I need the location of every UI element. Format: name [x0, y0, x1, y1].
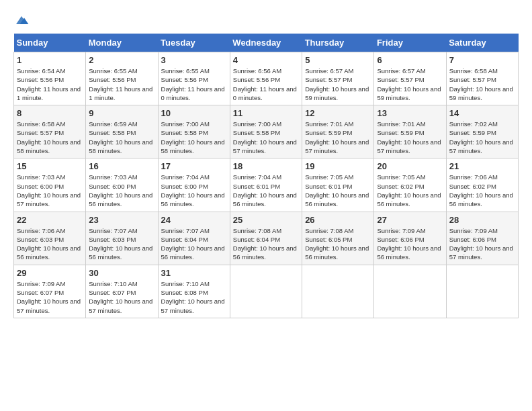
calendar-week-row: 15 Sunrise: 7:03 AMSunset: 6:00 PMDaylig…	[14, 158, 519, 212]
calendar-cell: 4 Sunrise: 6:56 AMSunset: 5:56 PMDayligh…	[230, 52, 302, 105]
header-saturday: Saturday	[446, 34, 518, 52]
day-info: Sunrise: 7:01 AMSunset: 5:59 PMDaylight:…	[305, 120, 371, 155]
day-info: Sunrise: 7:01 AMSunset: 5:59 PMDaylight:…	[377, 120, 443, 155]
calendar-cell: 24 Sunrise: 7:07 AMSunset: 6:04 PMDaylig…	[158, 212, 230, 265]
calendar-cell	[374, 265, 446, 318]
day-info: Sunrise: 6:54 AMSunset: 5:56 PMDaylight:…	[17, 66, 83, 102]
header-tuesday: Tuesday	[158, 34, 230, 52]
calendar-cell: 11 Sunrise: 7:00 AMSunset: 5:58 PMDaylig…	[230, 105, 302, 158]
header-friday: Friday	[374, 34, 446, 52]
day-info: Sunrise: 7:09 AMSunset: 6:07 PMDaylight:…	[17, 279, 83, 315]
day-number: 10	[161, 108, 227, 118]
day-info: Sunrise: 7:10 AMSunset: 6:08 PMDaylight:…	[161, 279, 227, 315]
day-info: Sunrise: 6:57 AMSunset: 5:57 PMDaylight:…	[305, 66, 371, 102]
day-number: 14	[449, 108, 515, 118]
calendar-cell: 14 Sunrise: 7:02 AMSunset: 5:59 PMDaylig…	[446, 105, 518, 158]
day-info: Sunrise: 7:03 AMSunset: 6:00 PMDaylight:…	[17, 173, 83, 208]
calendar-cell: 26 Sunrise: 7:08 AMSunset: 6:05 PMDaylig…	[302, 212, 374, 265]
calendar-cell: 22 Sunrise: 7:06 AMSunset: 6:03 PMDaylig…	[14, 212, 86, 265]
calendar-cell: 6 Sunrise: 6:57 AMSunset: 5:57 PMDayligh…	[374, 52, 446, 105]
calendar-cell: 27 Sunrise: 7:09 AMSunset: 6:06 PMDaylig…	[374, 212, 446, 265]
page-header	[13, 13, 519, 27]
calendar-cell: 28 Sunrise: 7:09 AMSunset: 6:06 PMDaylig…	[446, 212, 518, 265]
day-info: Sunrise: 6:59 AMSunset: 5:58 PMDaylight:…	[89, 120, 154, 155]
calendar-week-row: 8 Sunrise: 6:58 AMSunset: 5:57 PMDayligh…	[14, 105, 519, 158]
calendar-week-row: 29 Sunrise: 7:09 AMSunset: 6:07 PMDaylig…	[14, 265, 519, 318]
calendar-cell: 31 Sunrise: 7:10 AMSunset: 6:08 PMDaylig…	[158, 265, 230, 318]
calendar-cell: 18 Sunrise: 7:04 AMSunset: 6:01 PMDaylig…	[230, 158, 302, 212]
day-number: 25	[233, 215, 299, 225]
day-info: Sunrise: 7:02 AMSunset: 5:59 PMDaylight:…	[449, 120, 515, 155]
day-number: 18	[233, 161, 299, 171]
day-info: Sunrise: 7:08 AMSunset: 6:05 PMDaylight:…	[305, 226, 371, 262]
day-info: Sunrise: 7:07 AMSunset: 6:04 PMDaylight:…	[161, 226, 227, 262]
calendar-cell: 16 Sunrise: 7:03 AMSunset: 6:00 PMDaylig…	[86, 158, 158, 212]
calendar-cell: 1 Sunrise: 6:54 AMSunset: 5:56 PMDayligh…	[14, 52, 86, 105]
calendar-cell: 2 Sunrise: 6:55 AMSunset: 5:56 PMDayligh…	[86, 52, 158, 105]
day-info: Sunrise: 7:05 AMSunset: 6:01 PMDaylight:…	[305, 173, 371, 208]
day-number: 8	[17, 108, 83, 118]
calendar-cell: 9 Sunrise: 6:59 AMSunset: 5:58 PMDayligh…	[86, 105, 158, 158]
day-number: 4	[233, 55, 299, 65]
day-number: 11	[233, 108, 299, 118]
day-number: 6	[377, 55, 443, 65]
logo	[13, 13, 32, 27]
day-number: 2	[89, 55, 154, 65]
day-info: Sunrise: 7:09 AMSunset: 6:06 PMDaylight:…	[377, 226, 443, 262]
day-info: Sunrise: 7:05 AMSunset: 6:02 PMDaylight:…	[377, 173, 443, 208]
calendar-week-row: 22 Sunrise: 7:06 AMSunset: 6:03 PMDaylig…	[14, 212, 519, 265]
header-monday: Monday	[86, 34, 158, 52]
calendar-cell	[446, 265, 518, 318]
day-info: Sunrise: 6:56 AMSunset: 5:56 PMDaylight:…	[233, 66, 299, 102]
calendar-cell: 7 Sunrise: 6:58 AMSunset: 5:57 PMDayligh…	[446, 52, 518, 105]
day-info: Sunrise: 7:09 AMSunset: 6:06 PMDaylight:…	[449, 226, 515, 262]
calendar-cell: 23 Sunrise: 7:07 AMSunset: 6:03 PMDaylig…	[86, 212, 158, 265]
day-info: Sunrise: 6:55 AMSunset: 5:56 PMDaylight:…	[161, 66, 227, 102]
calendar-cell: 13 Sunrise: 7:01 AMSunset: 5:59 PMDaylig…	[374, 105, 446, 158]
day-info: Sunrise: 7:06 AMSunset: 6:02 PMDaylight:…	[449, 173, 515, 208]
calendar-week-row: 1 Sunrise: 6:54 AMSunset: 5:56 PMDayligh…	[14, 52, 519, 105]
calendar-cell: 12 Sunrise: 7:01 AMSunset: 5:59 PMDaylig…	[302, 105, 374, 158]
day-number: 12	[305, 108, 371, 118]
day-info: Sunrise: 7:00 AMSunset: 5:58 PMDaylight:…	[233, 120, 299, 155]
day-number: 19	[305, 161, 371, 171]
day-info: Sunrise: 6:58 AMSunset: 5:57 PMDaylight:…	[449, 66, 515, 102]
calendar-cell: 21 Sunrise: 7:06 AMSunset: 6:02 PMDaylig…	[446, 158, 518, 212]
day-number: 23	[89, 215, 154, 225]
day-number: 29	[17, 268, 83, 278]
calendar-cell: 5 Sunrise: 6:57 AMSunset: 5:57 PMDayligh…	[302, 52, 374, 105]
day-number: 15	[17, 161, 83, 171]
day-number: 31	[161, 268, 227, 278]
calendar-cell	[230, 265, 302, 318]
day-number: 16	[89, 161, 154, 171]
day-number: 27	[377, 215, 443, 225]
day-info: Sunrise: 6:55 AMSunset: 5:56 PMDaylight:…	[89, 66, 154, 102]
day-number: 26	[305, 215, 371, 225]
calendar-cell: 17 Sunrise: 7:04 AMSunset: 6:00 PMDaylig…	[158, 158, 230, 212]
calendar-cell: 30 Sunrise: 7:10 AMSunset: 6:07 PMDaylig…	[86, 265, 158, 318]
day-info: Sunrise: 7:07 AMSunset: 6:03 PMDaylight:…	[89, 226, 154, 262]
day-number: 9	[89, 108, 154, 118]
day-number: 17	[161, 161, 227, 171]
calendar-table: SundayMondayTuesdayWednesdayThursdayFrid…	[13, 34, 519, 318]
day-info: Sunrise: 7:06 AMSunset: 6:03 PMDaylight:…	[17, 226, 83, 262]
day-number: 1	[17, 55, 83, 65]
day-info: Sunrise: 7:04 AMSunset: 6:00 PMDaylight:…	[161, 173, 227, 208]
calendar-header-row: SundayMondayTuesdayWednesdayThursdayFrid…	[14, 34, 519, 52]
calendar-cell: 10 Sunrise: 7:00 AMSunset: 5:58 PMDaylig…	[158, 105, 230, 158]
header-sunday: Sunday	[14, 34, 86, 52]
calendar-cell: 3 Sunrise: 6:55 AMSunset: 5:56 PMDayligh…	[158, 52, 230, 105]
calendar-cell: 25 Sunrise: 7:08 AMSunset: 6:04 PMDaylig…	[230, 212, 302, 265]
calendar-cell	[302, 265, 374, 318]
day-number: 20	[377, 161, 443, 171]
day-number: 28	[449, 215, 515, 225]
day-info: Sunrise: 7:03 AMSunset: 6:00 PMDaylight:…	[89, 173, 154, 208]
day-number: 30	[89, 268, 154, 278]
day-info: Sunrise: 7:00 AMSunset: 5:58 PMDaylight:…	[161, 120, 227, 155]
day-number: 22	[17, 215, 83, 225]
day-number: 21	[449, 161, 515, 171]
day-info: Sunrise: 7:04 AMSunset: 6:01 PMDaylight:…	[233, 173, 299, 208]
calendar-cell: 20 Sunrise: 7:05 AMSunset: 6:02 PMDaylig…	[374, 158, 446, 212]
day-info: Sunrise: 7:08 AMSunset: 6:04 PMDaylight:…	[233, 226, 299, 262]
day-number: 24	[161, 215, 227, 225]
